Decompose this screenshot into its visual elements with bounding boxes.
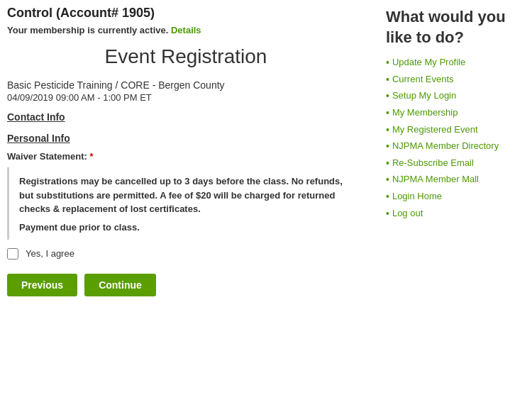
sidebar-link[interactable]: NJPMA Member Directory <box>392 140 499 152</box>
sidebar-heading: What would you like to do? <box>386 7 511 48</box>
sidebar-link[interactable]: Log out <box>392 207 423 220</box>
sidebar-link[interactable]: My Membership <box>392 106 458 119</box>
button-row: Previous Continue <box>7 274 365 296</box>
sidebar-link[interactable]: Setup My Login <box>392 89 456 102</box>
personal-info-heading: Personal Info <box>7 133 365 144</box>
sidebar-link[interactable]: NJPMA Member Mall <box>392 173 479 186</box>
sidebar-link-item: My Registered Event <box>386 123 511 138</box>
agree-label[interactable]: Yes, I agree <box>26 248 74 259</box>
sidebar-links: Update My ProfileCurrent EventsSetup My … <box>386 56 511 221</box>
event-date: 04/09/2019 09:00 AM - 1:00 PM ET <box>7 92 365 103</box>
membership-details-link[interactable]: Details <box>171 25 201 35</box>
sidebar-link-item: NJPMA Member Mall <box>386 173 511 187</box>
continue-button[interactable]: Continue <box>84 274 156 296</box>
sidebar-link-item: Re-Subscribe Email <box>386 157 511 171</box>
sidebar-link[interactable]: Re-Subscribe Email <box>392 157 474 169</box>
page-title: Control (Account# 1905) <box>7 6 365 21</box>
event-name: Basic Pesticide Training / CORE - Bergen… <box>7 79 365 91</box>
sidebar-link-item: Current Events <box>386 73 511 87</box>
event-registration-heading: Event Registration <box>7 45 365 68</box>
waiver-box: Registrations may be cancelled up to 3 d… <box>7 167 365 240</box>
sidebar-link-item: Log out <box>386 207 511 221</box>
sidebar-link[interactable]: Update My Profile <box>392 56 465 69</box>
waiver-text: Registrations may be cancelled up to 3 d… <box>19 174 355 216</box>
agree-row: Yes, I agree <box>7 248 365 260</box>
payment-text: Payment due prior to class. <box>19 222 355 233</box>
contact-info-heading: Contact Info <box>7 111 365 123</box>
waiver-label: Waiver Statement: * <box>7 151 365 162</box>
sidebar-link-item: My Membership <box>386 106 511 121</box>
agree-checkbox[interactable] <box>7 248 18 260</box>
sidebar-link[interactable]: Current Events <box>392 73 454 86</box>
sidebar-link[interactable]: Login Home <box>392 190 442 203</box>
sidebar-link-item: Login Home <box>386 190 511 204</box>
previous-button[interactable]: Previous <box>7 274 77 296</box>
sidebar-link[interactable]: My Registered Event <box>392 123 478 136</box>
sidebar-link-item: Update My Profile <box>386 56 511 70</box>
sidebar: What would you like to do? Update My Pro… <box>376 0 518 308</box>
sidebar-link-item: Setup My Login <box>386 89 511 104</box>
main-content: Control (Account# 1905) Your membership … <box>0 0 376 308</box>
sidebar-link-item: NJPMA Member Directory <box>386 140 511 154</box>
membership-status: Your membership is currently active. Det… <box>7 25 365 35</box>
waiver-required-marker: * <box>90 151 94 162</box>
